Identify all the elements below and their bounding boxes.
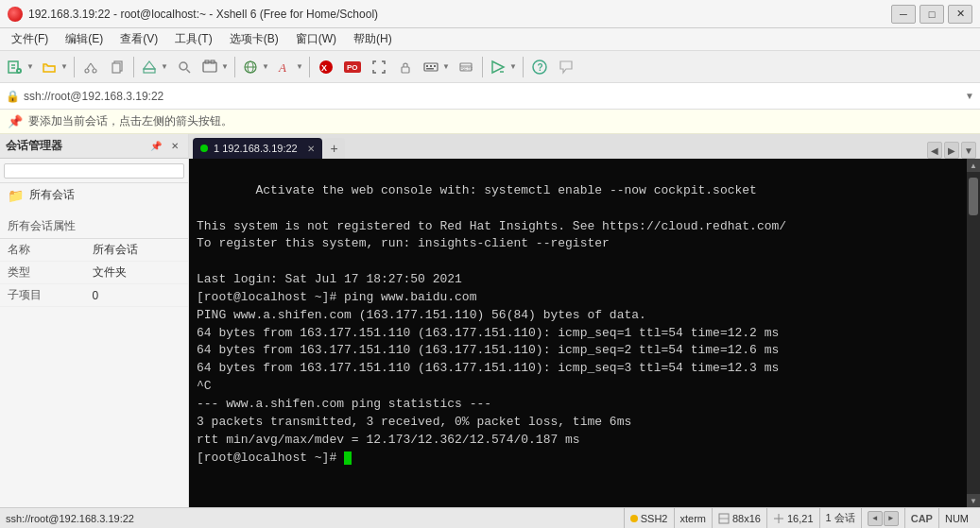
tab-next-button[interactable]: ▶ — [944, 142, 959, 159]
font-button[interactable]: A ▼ — [273, 54, 305, 80]
po-button[interactable]: PO — [340, 55, 365, 79]
keyboard-dropdown-icon[interactable]: ▼ — [441, 55, 451, 79]
address-text: ssh://root@192.168.3.19:22 — [24, 90, 961, 103]
prop-key-name: 名称 — [0, 239, 85, 262]
svg-line-15 — [187, 69, 191, 73]
menu-help[interactable]: 帮助(H) — [346, 29, 400, 49]
open-button[interactable]: ▼ — [38, 54, 70, 80]
menu-view[interactable]: 查看(V) — [112, 29, 165, 49]
status-nav-next-button[interactable]: ► — [884, 511, 899, 526]
sidebar-pin-button[interactable]: 📌 — [148, 139, 163, 154]
status-sessions: 1 会话 — [826, 511, 855, 525]
menu-tab[interactable]: 选项卡(B) — [222, 29, 286, 49]
table-row: 名称 所有会话 — [0, 239, 188, 262]
toolbar-separator-6 — [523, 57, 524, 77]
screenshot-dropdown-icon[interactable]: ▼ — [220, 55, 230, 79]
lock-button[interactable] — [393, 55, 418, 79]
compose-icon — [139, 55, 160, 79]
terminal-output: Activate the web console with: systemctl… — [189, 159, 980, 507]
sidebar-item-all-sessions[interactable]: 📁 所有会话 — [0, 183, 188, 207]
app-icon — [8, 7, 23, 22]
notice-text: 要添加当前会话，点击左侧的箭头按钮。 — [28, 113, 232, 129]
minimize-button[interactable]: ─ — [891, 5, 916, 24]
tab-prev-button[interactable]: ◀ — [927, 142, 942, 159]
sftp-button[interactable]: SFTP — [454, 55, 478, 79]
prop-value-children: 0 — [85, 284, 188, 307]
prop-key-type: 类型 — [0, 262, 85, 284]
toolbar-separator-2 — [133, 57, 134, 77]
scroll-thumb[interactable] — [969, 178, 978, 215]
close-button[interactable]: ✕ — [948, 5, 972, 24]
help-button[interactable]: ? — [527, 55, 552, 79]
sidebar-search-input[interactable] — [4, 163, 184, 179]
svg-rect-27 — [402, 67, 409, 73]
status-indicator-dot — [630, 515, 638, 522]
globe-dropdown-icon[interactable]: ▼ — [261, 55, 270, 79]
main-area: 会话管理器 📌 ✕ 📁 所有会话 所有会话属性 名称 所有会话 类型 — [0, 134, 980, 507]
sidebar-item-label: 所有会话 — [29, 187, 75, 203]
font-dropdown-icon[interactable]: ▼ — [295, 55, 304, 79]
menu-file[interactable]: 文件(F) — [4, 29, 56, 49]
tab-close-button[interactable]: ✕ — [307, 144, 315, 154]
session-tab-1[interactable]: 1 192.168.3.19:22 ✕ — [193, 138, 322, 159]
status-nav-section: ◄ ► — [861, 508, 904, 528]
menu-tools[interactable]: 工具(T) — [167, 29, 219, 49]
terminal-area: 1 192.168.3.19:22 ✕ + ◀ ▶ ▼ Activate the… — [189, 134, 980, 507]
svg-line-9 — [91, 63, 95, 69]
menu-window[interactable]: 窗口(W) — [288, 29, 344, 49]
status-protocol: SSH2 — [641, 513, 668, 524]
status-position: 16,21 — [787, 513, 814, 524]
svg-rect-30 — [430, 65, 432, 67]
status-cap-label: CAP — [911, 513, 933, 524]
pin-icon: 📌 — [8, 114, 23, 128]
toolbar-separator-5 — [482, 57, 483, 77]
terminal-content[interactable]: Activate the web console with: systemctl… — [189, 159, 980, 507]
svg-rect-32 — [426, 68, 434, 70]
sidebar: 会话管理器 📌 ✕ 📁 所有会话 所有会话属性 名称 所有会话 类型 — [0, 134, 189, 507]
maximize-button[interactable]: □ — [920, 5, 944, 24]
notice-bar: 📌 要添加当前会话，点击左侧的箭头按钮。 — [0, 110, 980, 134]
tab-menu-button[interactable]: ▼ — [961, 142, 976, 159]
svg-rect-29 — [426, 65, 428, 67]
tab-navigation: ◀ ▶ ▼ — [927, 142, 976, 159]
svg-text:?: ? — [538, 62, 543, 73]
status-nav-prev-button[interactable]: ◄ — [868, 511, 883, 526]
svg-rect-31 — [434, 65, 436, 67]
chat-button[interactable] — [554, 55, 578, 79]
xshell-button[interactable]: X — [314, 55, 338, 79]
compose-dropdown-icon[interactable]: ▼ — [160, 55, 169, 79]
scroll-down-button[interactable]: ▼ — [967, 494, 980, 507]
keyboard-button[interactable]: ▼ — [420, 54, 452, 80]
open-dropdown-icon[interactable]: ▼ — [60, 55, 69, 79]
globe-icon — [240, 55, 261, 79]
svg-text:SFTP: SFTP — [461, 66, 473, 72]
fullscreen-button[interactable] — [367, 55, 391, 79]
tab-title: 1 192.168.3.19:22 — [214, 143, 298, 154]
toolbar: ▼ ▼ ▼ ▼ ▼ A — [0, 51, 980, 83]
svg-point-14 — [180, 62, 187, 70]
globe-button[interactable]: ▼ — [239, 54, 271, 80]
open-icon — [39, 55, 60, 79]
cut-button[interactable] — [78, 55, 103, 79]
status-sessions-section: 1 会话 — [819, 508, 861, 528]
folder-icon: 📁 — [8, 188, 24, 203]
title-bar: 192.168.3.19:22 - root@localhost:~ - Xsh… — [0, 0, 980, 28]
terminal-scrollbar[interactable]: ▲ ▼ — [967, 159, 980, 507]
copy-button[interactable] — [105, 55, 129, 79]
script-dropdown-icon[interactable]: ▼ — [508, 55, 518, 79]
compose-button[interactable]: ▼ — [138, 54, 170, 80]
dimensions-icon — [718, 513, 730, 524]
props-header: 所有会话属性 — [0, 214, 188, 239]
svg-rect-11 — [112, 63, 120, 73]
sidebar-close-button[interactable]: ✕ — [167, 139, 182, 154]
search-button[interactable] — [172, 55, 197, 79]
new-session-dropdown-icon[interactable]: ▼ — [26, 55, 35, 79]
tab-add-button[interactable]: + — [324, 138, 345, 159]
address-dropdown-icon[interactable]: ▼ — [965, 91, 974, 101]
screenshot-button[interactable]: ▼ — [198, 54, 231, 80]
scroll-up-button[interactable]: ▲ — [967, 159, 980, 172]
script-button[interactable]: ▼ — [487, 54, 519, 80]
new-session-button[interactable]: ▼ — [4, 54, 36, 80]
menu-edit[interactable]: 编辑(E) — [58, 29, 111, 49]
svg-marker-13 — [144, 61, 155, 69]
